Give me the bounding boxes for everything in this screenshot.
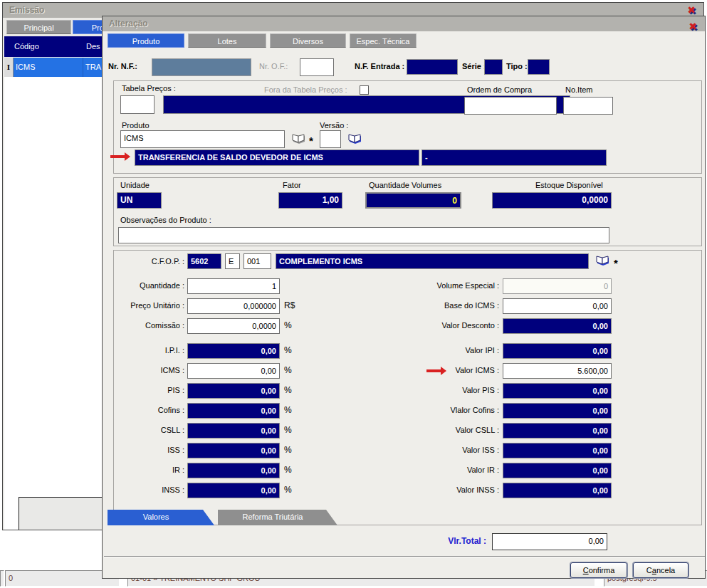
emissao-tab-principal[interactable]: Principal xyxy=(6,20,71,34)
tabela-precos-code-input[interactable] xyxy=(120,95,155,114)
emissao-close-icon[interactable]: ✖ xyxy=(687,4,696,16)
tax-row-label: PIS : xyxy=(113,386,184,394)
nf-entrada-field xyxy=(407,59,458,75)
field-suffix: % xyxy=(284,445,292,455)
tax-row-label: Base do ICMS : xyxy=(416,301,499,310)
tax-row-label: Preço Unitário : xyxy=(113,301,184,310)
tax-row-input: 0,00 xyxy=(187,443,280,458)
fator-field: 1,00 xyxy=(278,192,342,209)
field-suffix: % xyxy=(284,465,292,475)
pointer-arrow-icon xyxy=(110,155,125,158)
tax-row-label: Valor PIS : xyxy=(416,386,499,394)
emissao-title: Emissão xyxy=(3,5,44,15)
nr-of-label: Nr. O.F.: xyxy=(259,62,288,70)
dialog-tab-espec-t-cnica[interactable]: Espec. Técnica xyxy=(350,33,417,48)
observacoes-input[interactable] xyxy=(118,227,609,243)
tax-row-label: IR : xyxy=(113,466,184,474)
nr-of-input[interactable] xyxy=(300,58,334,76)
tax-row-input[interactable]: 0,0000 xyxy=(187,318,280,334)
no-item-label: No.Item xyxy=(565,85,593,94)
tax-row-label: Comissão : xyxy=(113,321,184,330)
ordem-compra-input[interactable] xyxy=(464,97,557,115)
book-icon[interactable] xyxy=(347,133,362,145)
estoque-field: 0,0000 xyxy=(492,192,612,209)
tax-row-input: 0,00 xyxy=(503,463,612,478)
produto-input[interactable]: ICMS xyxy=(120,130,285,148)
dialog-titlebar: Alteração ✖ xyxy=(103,16,705,31)
row-cell-codigo: ICMS xyxy=(16,58,36,77)
produto-required-asterisk: * xyxy=(309,135,313,147)
produto-descricao-field: TRANSFERENCIA DE SALDO DEVEDOR DE ICMS xyxy=(135,149,419,166)
observacoes-label: Observações do Produto : xyxy=(120,216,211,224)
screen: 0 01-01 » TREINAMENTO SHP GROU postgresq… xyxy=(0,0,707,588)
tax-row-label: Valor Desconto : xyxy=(416,321,499,330)
tax-row-input[interactable]: 0,00 xyxy=(187,363,280,379)
book-icon[interactable] xyxy=(290,133,306,145)
divider-line xyxy=(104,556,705,557)
fora-tabela-checkbox[interactable] xyxy=(360,85,369,95)
fora-tabela-label: Fora da Tabela Preços : xyxy=(264,85,347,94)
tax-row-input: 0,00 xyxy=(503,403,612,419)
dialog-tab-diversos[interactable]: Diversos xyxy=(270,33,346,48)
tax-row-input[interactable]: 0,00 xyxy=(503,298,612,314)
tax-row-label: INSS : xyxy=(113,485,184,494)
tax-row-label: Valor INSS : xyxy=(416,485,499,494)
tax-row-label: I.P.I. : xyxy=(113,346,184,355)
tax-row-input: 0,00 xyxy=(187,463,280,478)
row-marker: I xyxy=(7,63,10,71)
cancel-button[interactable]: Cancela xyxy=(633,562,688,578)
column-header-descricao[interactable]: Des xyxy=(86,36,100,57)
qtd-volumes-field: 0 xyxy=(365,192,461,209)
tax-row-input[interactable]: 5.600,00 xyxy=(503,363,612,379)
dialog-tab-produto[interactable]: Produto xyxy=(108,33,184,48)
tax-row-label: CSLL : xyxy=(113,426,184,434)
tax-row-label: ISS : xyxy=(113,446,184,454)
status-cell-spacer xyxy=(0,570,4,587)
tax-row-label: Vlalor Cofins : xyxy=(416,406,499,414)
tax-row-label: Cofins : xyxy=(113,406,184,414)
field-suffix: % xyxy=(284,320,292,330)
tax-row-input[interactable]: 1 xyxy=(187,278,280,294)
confirm-button[interactable]: Confirma xyxy=(570,562,627,578)
tax-row-label: Valor IR : xyxy=(416,466,499,474)
bottom-tab-reforma[interactable]: Reforma Triutária xyxy=(218,510,337,525)
vlr-total-label: Vlr.Total : xyxy=(401,536,486,546)
column-header-codigo[interactable]: Código xyxy=(14,36,39,57)
tax-row-label: Valor ICMS : xyxy=(416,366,499,374)
versao-input[interactable] xyxy=(320,130,341,148)
tax-row-input: 0,00 xyxy=(187,383,280,399)
vlr-total-input[interactable]: 0,00 xyxy=(492,533,607,550)
tax-row-input: 0,00 xyxy=(187,423,280,439)
produto-label: Produto xyxy=(122,121,150,130)
field-suffix: % xyxy=(284,385,292,395)
tax-row-label: Valor CSLL : xyxy=(416,426,499,434)
tax-row-label: Valor IPI : xyxy=(416,346,499,355)
book-icon[interactable] xyxy=(595,255,610,267)
tax-row-input[interactable]: 0,000000 xyxy=(187,298,280,314)
ordem-compra-label: Ordem de Compra xyxy=(467,85,532,94)
confirm-label-rest: onfirma xyxy=(589,566,615,574)
field-suffix: % xyxy=(284,345,292,355)
bottom-tab-valores[interactable]: Valores xyxy=(108,510,214,525)
column-divider xyxy=(83,58,83,77)
tax-row-input: 0,00 xyxy=(503,423,612,439)
cfop-seq-input[interactable]: 001 xyxy=(243,253,271,269)
serie-field xyxy=(484,59,503,75)
no-item-input[interactable] xyxy=(563,97,613,115)
tax-row-input: 0,00 xyxy=(503,383,612,399)
dialog-tab-lotes[interactable]: Lotes xyxy=(188,33,266,48)
produto-descricao-extra-field: - xyxy=(421,149,607,166)
confirm-label-mnemonic: C xyxy=(583,566,589,574)
tax-row-input: 0,00 xyxy=(503,343,612,359)
tipo-label: Tipo : xyxy=(506,62,528,70)
unidade-label: Unidade xyxy=(120,181,150,189)
fator-label: Fator xyxy=(283,181,301,189)
tax-row-input: 0,00 xyxy=(187,343,280,359)
alteracao-dialog: Alteração ✖ ProdutoLotesDiversosEspec. T… xyxy=(102,16,706,579)
dialog-close-icon[interactable]: ✖ xyxy=(688,21,697,32)
dialog-title: Alteração xyxy=(103,19,148,28)
cfop-descricao-field: COMPLEMENTO ICMS xyxy=(276,253,589,269)
versao-label: Versão : xyxy=(320,121,348,130)
nr-nf-field xyxy=(152,58,251,76)
cfop-letter-input[interactable]: E xyxy=(225,253,240,269)
